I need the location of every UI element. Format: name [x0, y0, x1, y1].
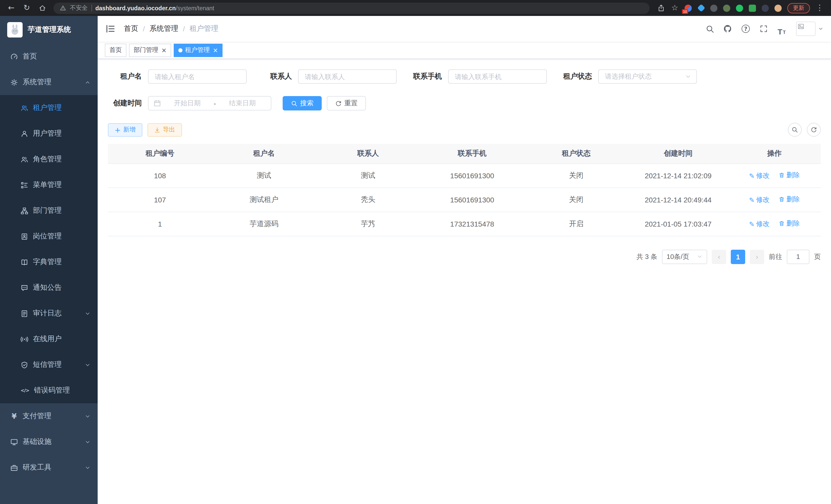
- date-range-picker[interactable]: 开始日期 - 结束日期: [148, 96, 271, 111]
- sidebar-item-audit-log[interactable]: 审计日志: [0, 301, 98, 326]
- menu-label: 岗位管理: [33, 232, 62, 241]
- cell-name: 测试: [212, 164, 316, 187]
- sidebar-toggle-button[interactable]: [105, 24, 116, 34]
- next-page-button[interactable]: ›: [750, 249, 764, 264]
- extension-icon-7[interactable]: [760, 2, 771, 13]
- share-icon[interactable]: [655, 2, 667, 14]
- sidebar-item-notice[interactable]: 通知公告: [0, 275, 98, 301]
- breadcrumb-home[interactable]: 首页: [124, 24, 138, 33]
- status-select[interactable]: 请选择租户状态: [598, 69, 697, 84]
- prev-page-button[interactable]: ‹: [712, 249, 726, 264]
- address-bar[interactable]: 不安全 dashboard.yudao.iocoder.cn/system/te…: [53, 2, 650, 13]
- refresh-table-button[interactable]: [807, 123, 821, 137]
- extension-icon-6[interactable]: [747, 2, 758, 13]
- page-size-select[interactable]: 10条/页: [662, 249, 707, 264]
- sidebar-item-menu[interactable]: 菜单管理: [0, 172, 98, 198]
- chevron-up-icon: [85, 79, 90, 85]
- menu-label: 在线用户: [33, 334, 62, 344]
- row-edit-button[interactable]: ✎修改: [749, 171, 770, 181]
- share-arrow-icon: [657, 4, 665, 12]
- row-delete-button[interactable]: 删除: [779, 171, 800, 180]
- reset-button-label: 重置: [344, 99, 358, 108]
- sidebar-item-online-user[interactable]: 在线用户: [0, 326, 98, 352]
- tab-home[interactable]: 首页: [105, 43, 126, 57]
- help-docs-icon[interactable]: ?: [739, 22, 752, 35]
- sidebar-item-user[interactable]: 用户管理: [0, 121, 98, 146]
- browser-home-button[interactable]: [36, 2, 48, 14]
- breadcrumb-system[interactable]: 系统管理: [149, 24, 178, 33]
- goto-page-input[interactable]: [787, 249, 809, 264]
- add-button[interactable]: + 新增: [108, 123, 142, 137]
- sidebar-item-role[interactable]: 角色管理: [0, 146, 98, 172]
- font-size-icon[interactable]: TT: [775, 22, 789, 35]
- plus-icon: +: [115, 126, 120, 133]
- github-octocat-icon: [723, 24, 732, 33]
- extension-icon-5[interactable]: [734, 2, 745, 13]
- reset-button[interactable]: 重置: [327, 96, 366, 111]
- cell-id: 108: [108, 164, 212, 187]
- sidebar-item-sms[interactable]: 短信管理: [0, 352, 98, 378]
- close-icon[interactable]: ×: [161, 47, 167, 53]
- tab-tenant[interactable]: 租户管理 ×: [174, 43, 223, 57]
- fullscreen-icon[interactable]: [757, 22, 770, 35]
- tenant-name-input[interactable]: [148, 69, 247, 84]
- sidebar-item-pay[interactable]: ¥ 支付管理: [0, 403, 98, 429]
- download-icon: [154, 127, 160, 133]
- active-dot: [178, 48, 182, 52]
- broken-image-icon: [798, 23, 804, 30]
- filter-row-2: 创建时间 开始日期 - 结束日期 搜索 重置: [108, 96, 821, 111]
- column-header-phone: 联系手机: [420, 144, 524, 164]
- export-button[interactable]: 导出: [147, 123, 182, 137]
- phone-input[interactable]: [448, 69, 547, 84]
- tab-dept[interactable]: 部门管理 ×: [129, 43, 171, 57]
- trash-icon: [779, 220, 785, 227]
- browser-back-button[interactable]: ←: [5, 2, 18, 14]
- expand-corners-icon: [760, 25, 768, 33]
- extension-icon-3[interactable]: [708, 2, 719, 13]
- extension-icon-1[interactable]: 10: [683, 2, 694, 13]
- user-avatar[interactable]: [796, 22, 823, 36]
- add-button-label: 新增: [123, 125, 136, 134]
- browser-reload-button[interactable]: ↻: [21, 2, 33, 14]
- sidebar-item-devtools[interactable]: 研发工具: [0, 455, 98, 480]
- filter-label: 联系人: [258, 72, 292, 81]
- cell-contact: 秃头: [316, 187, 420, 212]
- extension-icon-2[interactable]: [695, 2, 707, 13]
- close-icon[interactable]: ×: [213, 47, 218, 53]
- sidebar-item-system[interactable]: 系统管理: [0, 69, 98, 95]
- app-logo[interactable]: 芋道管理系统: [0, 16, 98, 44]
- row-edit-button[interactable]: ✎修改: [749, 219, 770, 229]
- github-icon[interactable]: [721, 22, 735, 35]
- chevron-down-icon: [85, 439, 90, 445]
- row-edit-button[interactable]: ✎修改: [749, 196, 770, 205]
- edit-pencil-icon: ✎: [749, 196, 755, 204]
- sidebar-item-dict[interactable]: 字典管理: [0, 249, 98, 275]
- page-number-button[interactable]: 1: [731, 249, 745, 264]
- cell-status: 开启: [524, 212, 628, 236]
- update-button[interactable]: 更新: [787, 3, 810, 13]
- extension-icon-4[interactable]: [721, 2, 732, 13]
- row-delete-button[interactable]: 删除: [779, 219, 800, 228]
- cell-contact: 芋艿: [316, 212, 420, 236]
- bookmark-star-icon[interactable]: ☆: [668, 2, 681, 14]
- profile-avatar-icon[interactable]: [772, 2, 784, 13]
- sidebar-item-infra[interactable]: 基础设施: [0, 429, 98, 455]
- search-button[interactable]: 搜索: [283, 96, 322, 111]
- tab-label: 租户管理: [185, 46, 210, 55]
- sidebar-item-home[interactable]: 首页: [0, 44, 98, 69]
- security-label: 不安全: [70, 4, 88, 12]
- browser-menu-kebab-icon[interactable]: ⋮: [813, 2, 826, 14]
- search-icon: [792, 126, 798, 133]
- header-search-icon[interactable]: [703, 22, 716, 35]
- browser-chrome: ← ↻ 不安全 dashboard.yudao.iocoder.cn/syste…: [0, 0, 831, 16]
- sidebar-item-post[interactable]: 岗位管理: [0, 224, 98, 249]
- menu-label: 研发工具: [23, 463, 51, 472]
- sidebar-item-error-code[interactable]: </> 错误码管理: [0, 378, 98, 403]
- sidebar-item-dept[interactable]: 部门管理: [0, 198, 98, 224]
- sidebar-item-tenant[interactable]: 租户管理: [0, 95, 98, 121]
- dashboard-icon: [10, 53, 18, 60]
- row-delete-button[interactable]: 删除: [779, 195, 800, 204]
- toggle-search-button[interactable]: [788, 123, 802, 137]
- contact-input[interactable]: [298, 69, 397, 84]
- font-size-large-glyph: T: [778, 28, 782, 35]
